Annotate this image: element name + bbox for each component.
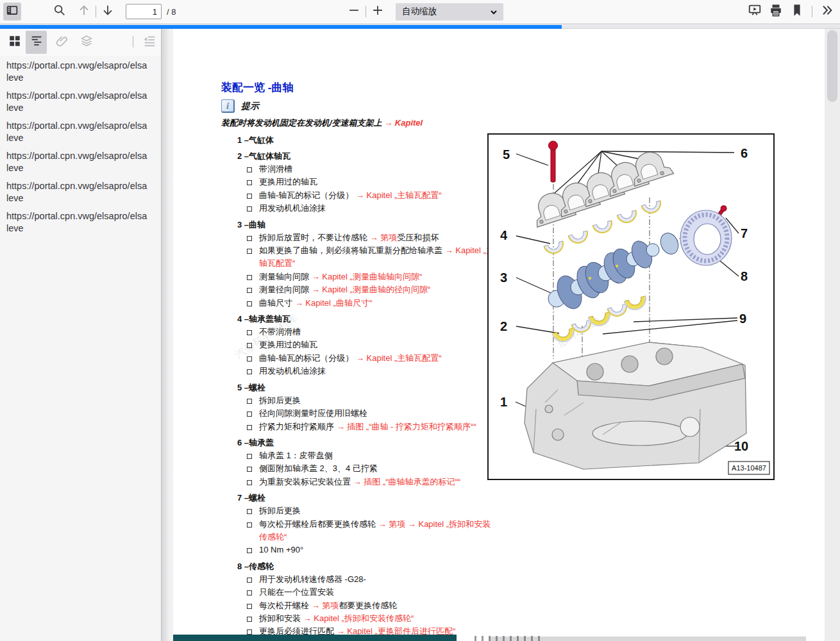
presentation-icon (748, 3, 762, 20)
bullet-item: 拧紧力矩和拧紧顺序 → 插图 „“曲轴 - 拧紧力矩和拧紧顺序““ (237, 420, 495, 433)
doc-link[interactable]: → Kapitel „拆卸和安装传感轮“ (303, 613, 414, 623)
thumbnails-view-button[interactable] (4, 31, 25, 54)
part: 6 –轴承盖轴承盖 1：皮带盘侧侧面附加轴承盖 2、3、4 已拧紧为重新安装标记… (237, 437, 495, 488)
pdf-toolbar: / 8 自动缩放 (0, 0, 840, 24)
loading-progress-track (0, 25, 840, 29)
part: 4 –轴承盖轴瓦不带润滑槽更换用过的轴瓦曲轴-轴瓦的标记（分级） → Kapit… (237, 313, 495, 378)
text-segment: 如果更换了曲轴，则必须将轴瓦重新分配给轴承盖 (259, 246, 445, 255)
sidebar-resizer[interactable] (161, 29, 173, 641)
part-heading: 1 –气缸体 (237, 134, 495, 147)
text-segment: 为重新安装标记安装位置 (259, 477, 353, 487)
paperclip-icon (55, 34, 69, 51)
part-heading: 6 –轴承盖 (237, 437, 495, 449)
zoom-out-button[interactable] (345, 3, 363, 21)
bullet-item: 带润滑槽 (237, 163, 495, 176)
outline-item[interactable]: https://portal.cpn.vwg/elsapro/elsa leve (6, 180, 160, 204)
search-button[interactable] (51, 3, 69, 21)
bookmark-button[interactable] (788, 3, 806, 21)
outline-item[interactable]: https://portal.cpn.vwg/elsapro/elsa leve (6, 120, 160, 144)
current-outline-item-button[interactable] (139, 31, 160, 54)
doc-link[interactable]: → 插图 „“曲轴轴承盖的标记““ (353, 477, 461, 487)
previous-page-button[interactable] (75, 3, 93, 21)
callout-3: 3 (500, 271, 507, 285)
doc-link[interactable]: → 第项 (370, 233, 398, 242)
zoom-select[interactable]: 自动缩放 (396, 3, 503, 21)
layers-view-button[interactable] (76, 31, 97, 54)
bullet-item: 径向间隙测量时应使用旧螺栓 (237, 407, 495, 420)
next-page-button[interactable] (99, 3, 117, 21)
text-segment: 拆卸后放置时，不要让传感轮 (259, 233, 370, 242)
more-tools-button[interactable] (818, 3, 836, 21)
page-number-input[interactable] (126, 4, 162, 19)
part: 2 –气缸体轴瓦带润滑槽更换用过的轴瓦曲轴-轴瓦的标记（分级） → Kapite… (237, 150, 495, 215)
text-segment: 不带润滑槽 (259, 327, 301, 337)
callout-4: 4 (500, 228, 508, 242)
arrow-down-icon (101, 3, 115, 20)
text-segment: 每次松开螺栓后都要更换传感轮 (259, 519, 378, 529)
print-icon (769, 3, 783, 20)
text-segment: 曲轴-轴瓦的标记（分级） (259, 190, 356, 200)
text-segment: 装配时将发动机固定在发动机/变速箱支架上 (221, 118, 384, 128)
part-heading: 7 –螺栓 (237, 492, 495, 504)
current-outline-item-icon (142, 34, 156, 51)
zoom-in-button[interactable] (369, 3, 387, 21)
text-segment: 用于发动机转速传感器 -G28- (259, 574, 366, 584)
vertical-scrollbar[interactable] (825, 29, 840, 641)
chevron-down-icon (490, 8, 498, 16)
callout-7: 7 (741, 226, 748, 240)
bullet-item: 轴承盖 1：皮带盘侧 (237, 449, 495, 462)
part: 1 –气缸体 (237, 134, 495, 147)
bullet-item: 曲轴-轴瓦的标记（分级） → Kapitel „主轴瓦配置“ (237, 189, 495, 202)
bullet-item: 用发动机机油涂抹 (237, 202, 495, 215)
presentation-mode-button[interactable] (746, 3, 764, 21)
outline-list: https://portal.cpn.vwg/elsapro/elsa leve… (0, 57, 161, 641)
part-heading: 2 –气缸体轴瓦 (237, 150, 495, 163)
thumbnails-icon (8, 34, 22, 51)
text-segment: 测量轴向间隙 (259, 272, 312, 281)
sidebar-toolbar (0, 29, 161, 56)
part-heading: 5 –螺栓 (237, 381, 495, 394)
outline-list-icon (29, 34, 44, 51)
doc-link[interactable]: → Kapitel „主轴瓦配置“ (356, 353, 442, 363)
bullet-item: 拆卸后更换 (237, 504, 495, 517)
part: 7 –螺栓拆卸后更换每次松开螺栓后都要更换传感轮 → 第项 → Kapitel … (237, 492, 495, 557)
outline-item[interactable]: https://portal.cpn.vwg/elsapro/elsa leve (6, 210, 160, 235)
outline-item[interactable]: https://portal.cpn.vwg/elsapro/elsa leve (6, 90, 160, 114)
bullet-item: 只能在一个位置安装 (237, 586, 495, 599)
toggle-sidebar-button[interactable] (3, 3, 21, 21)
text-segment: 每次松开螺栓 (259, 601, 312, 610)
intro-line: 装配时将发动机固定在发动机/变速箱支架上 → Kapitel (221, 117, 423, 129)
bullet-item: 曲轴-轴瓦的标记（分级） → Kapitel „主轴瓦配置“ (237, 352, 495, 365)
scrollbar-thumb[interactable] (827, 30, 837, 102)
text-segment: 轴承盖 1：皮带盘侧 (259, 451, 333, 460)
bullet-item: 更换用过的轴瓦 (237, 338, 495, 351)
callout-10: 10 (734, 439, 748, 453)
bullet-item: 侧面附加轴承盖 2、3、4 已拧紧 (237, 462, 495, 475)
layers-icon (80, 34, 94, 51)
bullet-item: 拆卸后放置时，不要让传感轮 → 第项受压和损坏 (237, 231, 495, 244)
print-button[interactable] (767, 3, 785, 21)
doc-link[interactable]: → Kapitel „主轴瓦配置“ (356, 190, 442, 200)
doc-link[interactable]: → Kapitel „测量曲轴的径向间隙“ (312, 285, 431, 294)
double-chevron-right-icon (820, 3, 834, 20)
sidebar-toggle-icon (5, 3, 19, 20)
callout-9: 9 (739, 312, 746, 326)
doc-link[interactable]: → 插图 „“曲轴 - 拧紧力矩和拧紧顺序““ (337, 422, 476, 431)
outline-item[interactable]: https://portal.cpn.vwg/elsapro/elsa leve (6, 150, 160, 174)
text-segment: 拧紧力矩和拧紧顺序 (259, 422, 337, 431)
bullet-item: 每次松开螺栓后都要更换传感轮 → 第项 → Kapitel „拆卸和安装传感轮“ (237, 518, 495, 544)
doc-link[interactable]: → Kapitel „测量曲轴轴向间隙“ (312, 272, 423, 281)
part: 3 –曲轴拆卸后放置时，不要让传感轮 → 第项受压和损坏如果更换了曲轴，则必须将… (237, 219, 495, 310)
outline-view-button[interactable] (26, 31, 47, 54)
bottom-teal-bar (173, 635, 457, 641)
text-segment: 只能在一个位置安装 (259, 587, 334, 597)
doc-link[interactable]: → Kapitel (384, 118, 423, 128)
part: 5 –螺栓拆卸后更换径向间隙测量时应使用旧螺栓拧紧力矩和拧紧顺序 → 插图 „“… (237, 381, 495, 433)
text-segment: 带润滑槽 (259, 164, 292, 174)
outline-item[interactable]: https://portal.cpn.vwg/elsapro/elsa leve (6, 60, 160, 84)
text-segment: 拆卸后更换 (259, 506, 301, 515)
attachments-view-button[interactable] (51, 31, 72, 54)
doc-link[interactable]: → 第项 (312, 601, 339, 610)
text-segment: 更换用过的轴瓦 (259, 177, 317, 187)
doc-link[interactable]: → Kapitel „曲轴尺寸“ (295, 298, 373, 308)
